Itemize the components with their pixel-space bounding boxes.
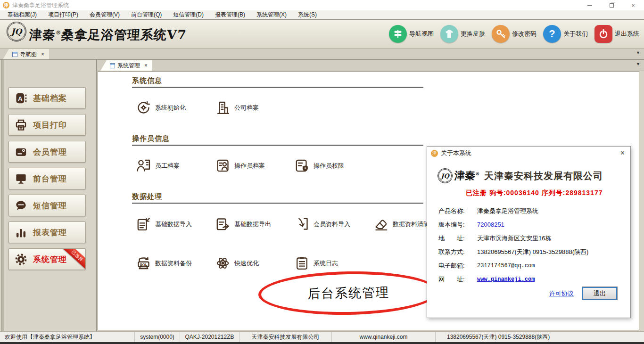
- feature-member-data-import[interactable]: 会员资料导入: [294, 216, 373, 232]
- feature-employee-archives[interactable]: 员工档案: [136, 158, 215, 173]
- close-button[interactable]: ×: [622, 0, 644, 10]
- building-icon: [215, 100, 231, 115]
- member-card-icon: [15, 146, 27, 158]
- feature-system-log[interactable]: 系统日志: [294, 255, 373, 271]
- about-dialog: 津 关于本系统 × JQ 津秦® 天津秦安科技发展有限公司 已注册 狗号:000…: [427, 146, 631, 318]
- status-build-code: QAKJ-20201212ZB: [180, 332, 239, 342]
- menu-system-mgmt[interactable]: 系统管理(X): [251, 10, 292, 19]
- restore-button[interactable]: [601, 0, 622, 10]
- menu-basic-archives[interactable]: 基础档案(J): [2, 10, 42, 19]
- annotation-text: 后台系统管理: [307, 284, 390, 302]
- tab-navigation-map[interactable]: 导航图 ×: [3, 49, 49, 59]
- feature-base-data-import[interactable]: 基础数据导入: [136, 216, 215, 232]
- feature-system-init[interactable]: 系统初始化: [136, 100, 215, 115]
- svg-text:SQL: SQL: [140, 262, 148, 267]
- status-welcome: 欢迎使用【津秦桑拿足浴管理系统】: [0, 332, 135, 342]
- minimize-button[interactable]: [579, 0, 601, 10]
- about-company-name: 天津秦安科技发展有限公司: [484, 170, 603, 182]
- menu-project-print[interactable]: 项目打印(P): [42, 10, 84, 19]
- power-icon: [594, 25, 612, 43]
- about-dialog-icon: 津: [431, 150, 438, 157]
- sidebar-item-basic-archives[interactable]: A 基础档案: [8, 87, 86, 109]
- about-row-product: 产品名称:津秦桑拿足浴管理系统: [438, 204, 630, 218]
- nav-tab-strip: 导航图 × ▼: [0, 49, 644, 60]
- content-tab-strip: 系统管理 × ▼: [97, 60, 644, 71]
- tab-close-icon[interactable]: ×: [41, 51, 44, 57]
- status-user: system(0000): [135, 332, 180, 342]
- sidebar-item-project-print[interactable]: 项目打印: [8, 114, 86, 136]
- about-row-contact: 联系方式:13820695567(天津) 0915-3529888(陕西): [438, 245, 630, 259]
- brand-logo: JQ 津秦®桑拿足浴管理系统V7: [7, 22, 187, 46]
- close-icon: ×: [631, 2, 635, 9]
- about-details: 产品名称:津秦桑拿足浴管理系统 版本编号:72008251 地 址:天津市滨海新…: [427, 204, 630, 286]
- menu-member-mgmt[interactable]: 会员管理(V): [84, 10, 125, 19]
- header-toolbar: 导航视图 更换皮肤 修改密码 ? 关于我们: [389, 25, 639, 43]
- feature-operator-permissions[interactable]: 操作员权限: [294, 158, 373, 173]
- registration-status: 已注册 狗号:00036140 序列号:289813177: [427, 189, 630, 197]
- scrollbar-track[interactable]: [639, 71, 644, 330]
- tab-list-dropdown-icon[interactable]: ▼: [636, 50, 640, 55]
- feature-company-archives[interactable]: 公司档案: [215, 100, 294, 115]
- bar-chart-icon: [15, 226, 27, 239]
- exit-system-button[interactable]: 退出系统: [594, 25, 639, 43]
- change-password-button[interactable]: 修改密码: [492, 25, 537, 43]
- menu-bar: 基础档案(J) 项目打印(P) 会员管理(V) 前台管理(Q) 短信管理(D) …: [0, 10, 644, 20]
- about-row-address: 地 址:天津市滨海新区文安里16栋: [438, 231, 630, 245]
- import-arrow-icon: [294, 216, 310, 232]
- status-bar: 欢迎使用【津秦桑拿足浴管理系统】 system(0000) QAKJ-20201…: [0, 331, 644, 342]
- sidebar-item-report-mgmt[interactable]: 报表管理: [8, 221, 86, 243]
- menu-system[interactable]: 系统(S): [292, 10, 322, 19]
- jq-monogram-icon: JQ: [7, 22, 26, 41]
- feature-quick-optimize[interactable]: 快速优化: [215, 255, 294, 271]
- body-region: A 基础档案 项目打印 会员管理 前台管理 短信管理 报表管理: [0, 60, 644, 331]
- document-icon: [110, 63, 115, 68]
- about-us-button[interactable]: ? 关于我们: [543, 25, 588, 43]
- taskbar-edge: [0, 342, 644, 344]
- about-actions: 许可协议 退出: [549, 287, 617, 300]
- sidebar-item-member-mgmt[interactable]: 会员管理: [8, 141, 86, 163]
- atom-icon: [215, 255, 231, 271]
- about-dialog-title: 关于本系统: [441, 149, 620, 157]
- key-icon: [492, 25, 510, 43]
- about-row-email: 电子邮箱:2317174567@qq.com: [438, 259, 630, 272]
- feature-base-data-export[interactable]: 基础数据导出: [215, 216, 294, 232]
- document-person-icon: [215, 158, 231, 173]
- change-skin-button[interactable]: 更换皮肤: [440, 25, 485, 43]
- menu-front-desk[interactable]: 前台管理(Q): [125, 10, 167, 19]
- menu-report-mgmt[interactable]: 报表管理(B): [209, 10, 251, 19]
- eraser-icon: [373, 216, 389, 232]
- monitor-icon: [15, 172, 27, 185]
- feature-data-backup[interactable]: SQL 数据资料备份: [136, 255, 215, 271]
- section-title-operator-info: 操作员信息: [132, 134, 423, 146]
- feature-data-clear[interactable]: 数据资料清除: [373, 216, 429, 232]
- section-title-data-processing: 数据处理: [132, 192, 423, 204]
- svg-text:A: A: [18, 95, 23, 102]
- about-row-website: 网 址:www.qinankeji.com: [438, 272, 630, 286]
- about-logo-text: 津秦®: [454, 169, 480, 183]
- feature-operator-archives[interactable]: 操作员档案: [215, 158, 294, 173]
- brand-title: 津秦®桑拿足浴管理系统V7: [28, 22, 187, 46]
- license-agreement-link[interactable]: 许可协议: [549, 289, 574, 298]
- app-icon: 津: [3, 2, 9, 8]
- section-title-system-info: 系统信息: [132, 76, 423, 88]
- window-title: 津秦桑拿足浴管理系统: [12, 1, 579, 9]
- website-link[interactable]: www.qinankeji.com: [477, 276, 535, 283]
- feature-row: 系统初始化 公司档案: [98, 100, 639, 115]
- about-exit-button[interactable]: 退出: [582, 287, 617, 300]
- app-window: 津 津秦桑拿足浴管理系统 × 基础档案(J) 项目打印(P) 会员管理(V) 前…: [0, 0, 644, 344]
- tab-close-icon[interactable]: ×: [144, 62, 148, 69]
- tab-system-mgmt[interactable]: 系统管理 ×: [100, 60, 152, 71]
- person-document-icon: [136, 158, 151, 173]
- status-company: 天津秦安科技发展有限公司: [239, 332, 332, 342]
- sidebar-item-front-desk[interactable]: 前台管理: [8, 168, 86, 189]
- menu-sms-mgmt[interactable]: 短信管理(D): [167, 10, 209, 19]
- sidebar-item-sms-mgmt[interactable]: 短信管理: [8, 195, 86, 216]
- tshirt-icon: [440, 25, 458, 43]
- sidebar-item-system-mgmt[interactable]: 系统管理 已选择: [8, 248, 86, 270]
- about-close-icon[interactable]: ×: [620, 149, 625, 157]
- signpost-icon: [389, 25, 407, 43]
- nav-view-button[interactable]: 导航视图: [389, 25, 434, 43]
- sidebar-splitter[interactable]: [1, 60, 4, 331]
- status-website: www.qinankeji.com: [332, 332, 436, 342]
- tab-list-dropdown-icon[interactable]: ▼: [636, 62, 640, 66]
